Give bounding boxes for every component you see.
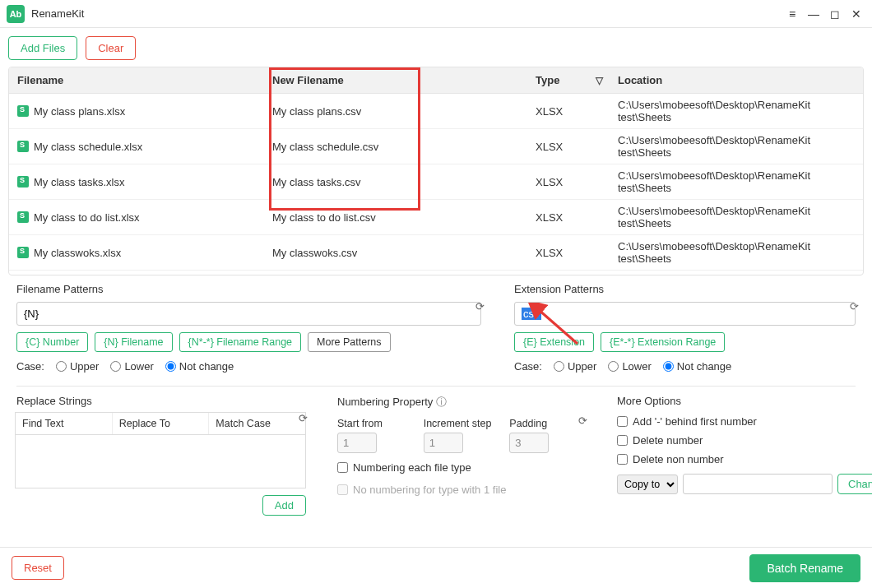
cell-type: XLSX (527, 164, 610, 200)
token-n-filename[interactable]: {N} Filename (95, 332, 172, 352)
replace-col-find: Find Text (16, 413, 113, 434)
table-row[interactable]: My class schedule.xlsxMy class schedule.… (9, 129, 863, 164)
change-button[interactable]: Change (837, 474, 872, 494)
col-new-filename[interactable]: New Filename (264, 67, 527, 94)
maximize-icon[interactable]: ◻ (826, 5, 844, 23)
filter-icon[interactable]: ▽ (596, 75, 603, 86)
help-icon[interactable]: ⓘ (436, 396, 447, 408)
svg-line-0 (538, 309, 577, 344)
cell-location: C:\Users\mobeesoft\Desktop\RenameKit tes… (610, 129, 863, 164)
close-icon[interactable]: ✕ (847, 5, 865, 23)
no-numbering-one-file[interactable]: No numbering for type with 1 file (329, 479, 592, 501)
cell-type: XLSX (527, 129, 610, 164)
xlsx-file-icon (17, 247, 29, 258)
padding-input[interactable] (509, 433, 549, 453)
filename-patterns-legend: Filename Patterns (16, 283, 107, 295)
case-lower[interactable]: Lower (110, 360, 153, 373)
increment-input[interactable] (424, 433, 463, 453)
footer: Reset Batch Rename (0, 547, 872, 588)
table-row[interactable]: My class to do list.xlsxMy class to do l… (9, 200, 863, 235)
cell-new-filename: My classwoks.csv (264, 235, 527, 271)
toolbar: Add Files Clear (0, 28, 872, 67)
cell-location: C:\Users\mobeesoft\Desktop\RenameKit tes… (610, 164, 863, 200)
copy-to-select[interactable]: Copy to (617, 475, 678, 494)
minimize-icon[interactable]: — (805, 5, 823, 23)
token-extension-range[interactable]: {E*-*} Extension Range (601, 332, 725, 352)
cell-filename: My class plans.xlsx (9, 94, 264, 129)
refresh-icon[interactable]: ⟳ (475, 300, 485, 313)
app-icon: Ab (7, 5, 25, 23)
cell-filename: My class to do list.xlsx (9, 200, 264, 235)
replace-table-body[interactable] (15, 434, 306, 488)
start-from-label: Start from (337, 418, 412, 429)
case-not-change[interactable]: Not change (165, 360, 234, 373)
increment-label: Increment step (424, 418, 499, 429)
ext-case-lower[interactable]: Lower (608, 360, 651, 373)
cell-type: XLSX (527, 94, 610, 129)
titlebar: Ab RenameKit ≡ — ◻ ✕ (0, 0, 872, 28)
cell-new-filename: My class schedule.csv (264, 129, 527, 164)
cell-type: XLSX (527, 200, 610, 235)
filename-pattern-input[interactable] (16, 302, 481, 326)
batch-rename-button[interactable]: Batch Rename (749, 554, 860, 582)
table-row[interactable]: My class plans.xlsxMy class plans.csvXLS… (9, 94, 863, 129)
cell-new-filename: My class to do list.csv (264, 200, 527, 235)
replace-col-to: Replace To (113, 413, 210, 434)
cell-filename: My classwoks.xlsx (9, 235, 264, 271)
files-table: Filename New Filename Type▽ Location My … (8, 67, 864, 275)
ext-case-not-change[interactable]: Not change (663, 360, 732, 373)
copy-to-path[interactable] (683, 474, 833, 494)
xlsx-file-icon (17, 211, 29, 223)
replace-legend: Replace Strings (16, 395, 95, 407)
token-filename-range[interactable]: {N*-*} Filename Range (179, 332, 301, 352)
col-location[interactable]: Location (610, 67, 863, 94)
reset-button[interactable]: Reset (12, 556, 64, 580)
more-options-legend: More Options (617, 395, 684, 407)
app-title: RenameKit (31, 7, 84, 20)
opt-delete-non-number[interactable]: Delete non number (609, 450, 872, 469)
clear-button[interactable]: Clear (86, 36, 136, 60)
case-label: Case: (16, 360, 44, 373)
add-files-button[interactable]: Add Files (8, 36, 77, 60)
cell-new-filename: My class tasks.csv (264, 164, 527, 200)
ext-case-upper[interactable]: Upper (554, 360, 596, 373)
panel-replace-strings: Replace Strings ⟳ Find Text Replace To M… (8, 395, 313, 526)
start-from-input[interactable] (337, 433, 377, 453)
more-patterns-button[interactable]: More Patterns (308, 332, 391, 352)
replace-table-header: Find Text Replace To Match Case (15, 412, 306, 434)
numbering-each-type[interactable]: Numbering each file type (329, 456, 592, 479)
opt-delete-number[interactable]: Delete number (609, 431, 872, 450)
refresh-icon[interactable]: ⟳ (578, 414, 587, 427)
numbering-legend: Numbering Property ⓘ (337, 395, 450, 410)
padding-label: Padding (509, 418, 584, 429)
menu-icon[interactable]: ≡ (783, 5, 801, 23)
token-c-number[interactable]: {C} Number (16, 332, 88, 352)
replace-col-match: Match Case (209, 413, 305, 434)
annotation-arrow (528, 303, 586, 348)
panel-numbering: Numbering Property ⓘ ⟳ Start from Increm… (329, 395, 592, 526)
cell-new-filename: My class plans.csv (264, 94, 527, 129)
table-row[interactable]: My classwoks.xlsxMy classwoks.csvXLSXC:\… (9, 235, 863, 271)
cell-location: C:\Users\mobeesoft\Desktop\RenameKit tes… (610, 235, 863, 271)
opt-dash-first[interactable]: Add '-' behind first number (609, 412, 872, 431)
panel-filename-patterns: Filename Patterns ⟳ {C} Number {N} Filen… (8, 283, 489, 376)
cell-filename: My class schedule.xlsx (9, 129, 264, 164)
cell-filename: My class tasks.xlsx (9, 164, 264, 200)
xlsx-file-icon (17, 141, 29, 152)
xlsx-file-icon (17, 105, 29, 117)
case-label: Case: (514, 360, 542, 373)
cell-type: XLSX (527, 235, 610, 271)
table-row[interactable]: My class tasks.xlsxMy class tasks.csvXLS… (9, 164, 863, 200)
col-type[interactable]: Type▽ (527, 67, 610, 94)
col-filename[interactable]: Filename (9, 67, 264, 94)
panel-more-options: More Options ⟳ Add '-' behind first numb… (609, 395, 872, 526)
replace-add-button[interactable]: Add (262, 495, 306, 516)
cell-location: C:\Users\mobeesoft\Desktop\RenameKit tes… (610, 94, 863, 129)
extension-patterns-legend: Extension Patterns (514, 283, 607, 295)
refresh-icon[interactable]: ⟳ (299, 412, 308, 424)
case-upper[interactable]: Upper (56, 360, 99, 373)
cell-location: C:\Users\mobeesoft\Desktop\RenameKit tes… (610, 200, 863, 235)
xlsx-file-icon (17, 176, 29, 188)
